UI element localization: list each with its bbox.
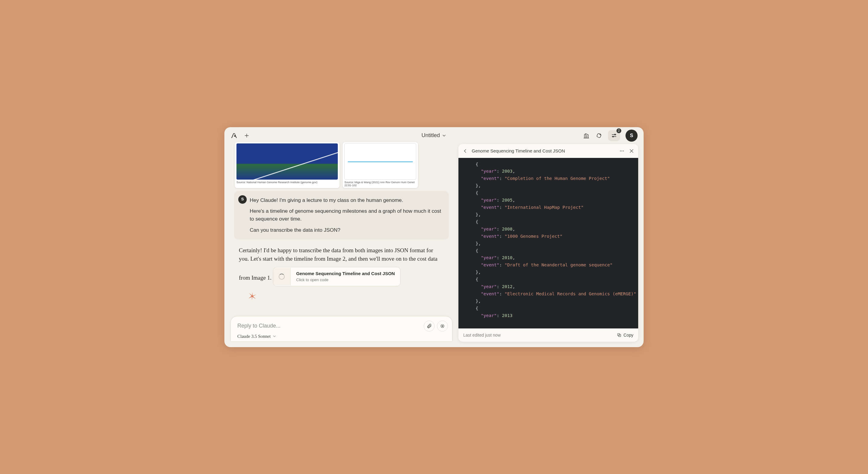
attachment-thumbnail [344,143,416,179]
artifact-title: Genome Sequencing Timeline and Cost JSON [472,148,615,154]
reply-input[interactable] [237,323,421,329]
app-window: Untitled 2 S [224,127,644,347]
attachment-caption: Source: Miga & Wang (2021) Ann Rev Genom… [344,181,416,187]
user-text: Can you transcribe the data into JSON? [250,226,442,234]
avatar-initial: S [630,133,633,138]
org-icon[interactable] [583,132,590,139]
svg-point-5 [622,150,622,151]
last-edited-text: Last edited just now [463,333,501,338]
settings-sliders-button[interactable]: 2 [608,130,620,141]
new-chat-button[interactable] [243,132,250,139]
attachment-thumbnail [237,143,338,179]
svg-point-0 [615,134,616,135]
svg-point-4 [620,150,621,151]
conversation-title[interactable]: Untitled [421,132,446,139]
attachment-card[interactable]: Source: National Human Genome Research I… [235,142,340,188]
svg-point-1 [613,136,614,137]
user-text: Here's a timeline of genome sequencing m… [250,207,442,223]
more-menu-button[interactable] [619,148,625,154]
artifact-card[interactable]: Genome Sequencing Timeline and Cost JSON… [273,267,401,286]
svg-point-6 [623,150,624,151]
model-name: Claude 3.5 Sonnet [237,334,271,339]
user-message: S Hey Claude! I'm giving a lecture to my… [234,191,449,240]
model-selector[interactable]: Claude 3.5 Sonnet [237,332,448,339]
back-button[interactable] [462,148,468,154]
record-button[interactable] [437,320,448,332]
copy-button[interactable]: Copy [617,333,633,338]
settings-badge: 2 [617,128,621,133]
close-button[interactable] [628,148,634,154]
artifact-panel: Genome Sequencing Timeline and Cost JSON… [459,144,638,342]
user-avatar-small: S [238,195,247,204]
composer: Claude 3.5 Sonnet [230,316,453,342]
artifact-card-subtitle: Click to open code [296,277,395,283]
main-area: Source: National Human Genome Research I… [224,144,644,347]
attachment-caption: Source: National Human Genome Research I… [237,181,338,184]
copy-label: Copy [623,333,633,338]
user-text: Hey Claude! I'm giving a lecture to my c… [250,197,442,204]
artifact-header: Genome Sequencing Timeline and Cost JSON [459,144,638,158]
claude-starburst-icon [248,292,444,303]
share-button[interactable] [595,132,602,139]
attachment-card[interactable]: Source: Miga & Wang (2021) Ann Rev Genom… [343,142,418,188]
artifact-footer: Last edited just now Copy [459,329,638,342]
assistant-message: Certainly! I'd be happy to transcribe th… [230,244,453,306]
anthropic-logo [230,132,238,139]
code-viewer[interactable]: { "year": 2003, "event": "Completion of … [459,158,638,329]
artifact-card-title: Genome Sequencing Timeline and Cost JSON [296,270,395,277]
attach-button[interactable] [424,320,435,332]
conversation-title-text: Untitled [421,132,440,139]
loading-spinner-icon [273,268,291,285]
chevron-down-icon [272,334,277,338]
chevron-down-icon [442,133,447,138]
user-avatar-initial: S [241,196,244,202]
chat-column: Source: National Human Genome Research I… [230,144,453,342]
user-avatar[interactable]: S [625,130,638,142]
svg-point-3 [442,325,443,327]
attachments-row: Source: National Human Genome Research I… [230,142,453,191]
topbar: Untitled 2 S [224,127,644,144]
